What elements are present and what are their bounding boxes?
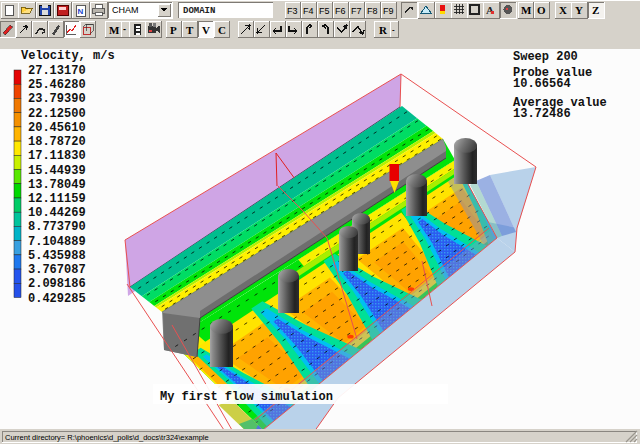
svg-text:25.46280: 25.46280 (28, 78, 86, 92)
svg-text:T: T (186, 24, 194, 36)
svg-text:Current directory= R:\phoenics: Current directory= R:\phoenics\d_polis\d… (5, 433, 209, 442)
svg-text:15.44939: 15.44939 (28, 164, 86, 178)
svg-text:F9: F9 (383, 6, 394, 16)
svg-text:3.767087: 3.767087 (28, 263, 86, 277)
svg-text:N: N (78, 7, 84, 16)
svg-text:F3: F3 (287, 6, 298, 16)
svg-text:10.44269: 10.44269 (28, 206, 86, 220)
svg-text:M: M (521, 4, 532, 16)
svg-text:V: V (202, 24, 210, 36)
svg-text:F8: F8 (367, 6, 378, 16)
svg-text:-: - (392, 25, 395, 34)
svg-text:20.45610: 20.45610 (28, 121, 86, 135)
svg-text:F7: F7 (351, 6, 362, 16)
svg-text:DOMAIN: DOMAIN (183, 6, 215, 16)
svg-text:8.773790: 8.773790 (28, 220, 86, 234)
svg-text:17.11830: 17.11830 (28, 149, 86, 163)
svg-text:F4: F4 (303, 6, 314, 16)
svg-text:CHAM: CHAM (112, 5, 139, 15)
svg-text:0.429285: 0.429285 (28, 292, 86, 306)
svg-text:F6: F6 (335, 6, 346, 16)
svg-text:Sweep 200: Sweep 200 (513, 50, 578, 64)
svg-text:13.78049: 13.78049 (28, 178, 86, 192)
svg-text:R: R (379, 24, 388, 36)
svg-text:Y: Y (575, 4, 583, 16)
svg-text:X: X (559, 4, 567, 16)
svg-text:13.72486: 13.72486 (513, 107, 571, 121)
svg-text:M: M (109, 24, 120, 36)
svg-text:22.12500: 22.12500 (28, 107, 86, 121)
svg-text:Z: Z (592, 4, 599, 16)
svg-text:5.435988: 5.435988 (28, 249, 86, 263)
svg-text:18.78720: 18.78720 (28, 135, 86, 149)
svg-text:C: C (218, 24, 226, 36)
svg-text:Velocity, m/s: Velocity, m/s (21, 49, 115, 63)
svg-text:12.11159: 12.11159 (28, 192, 86, 206)
svg-text:F5: F5 (319, 6, 330, 16)
svg-text:7.104889: 7.104889 (28, 235, 86, 249)
svg-text:A: A (486, 4, 494, 16)
svg-text:-: - (123, 24, 126, 34)
svg-text:P: P (170, 24, 177, 36)
svg-text:O: O (537, 4, 546, 16)
svg-text:23.79390: 23.79390 (28, 92, 86, 106)
svg-text:My first flow simulation: My first flow simulation (160, 390, 333, 404)
svg-text:27.13170: 27.13170 (28, 64, 86, 78)
svg-text:10.66564: 10.66564 (513, 77, 571, 91)
svg-text:2.098186: 2.098186 (28, 277, 86, 291)
